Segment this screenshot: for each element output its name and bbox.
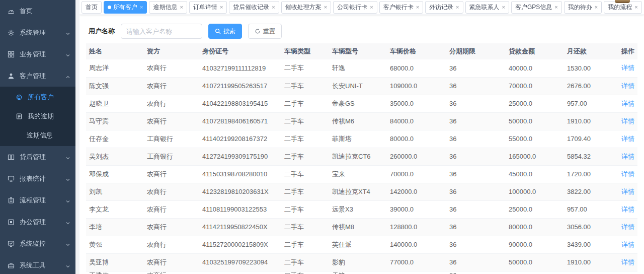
sidebar-item[interactable]: 系统工具 <box>0 254 75 274</box>
cell-funder: 农商行 <box>144 183 199 200</box>
tab-close-icon[interactable]: × <box>220 5 223 10</box>
tab-item[interactable]: 公司银行卡× <box>333 1 377 14</box>
cell-action: 详情 <box>607 112 637 130</box>
customer-name-input[interactable] <box>121 24 202 39</box>
detail-link[interactable]: 详情 <box>621 82 634 90</box>
detail-link[interactable]: 详情 <box>621 64 634 72</box>
tab-item[interactable]: 客户银行卡× <box>379 1 423 14</box>
cell-funder: 农商行 <box>144 59 199 77</box>
tool-icon <box>7 261 15 269</box>
tab-close-icon[interactable]: × <box>180 5 183 10</box>
detail-link[interactable]: 详情 <box>621 188 634 195</box>
cell-action: 详情 <box>607 253 637 271</box>
tab-item[interactable]: 我的待办× <box>564 1 602 14</box>
sidebar-item[interactable]: 流程管理 <box>0 189 75 211</box>
tab-close-icon[interactable]: × <box>370 5 373 10</box>
doc-icon <box>15 112 23 120</box>
cell-term: 36 <box>446 77 506 95</box>
chevron-down-icon <box>65 220 70 225</box>
cell-funder: 农商行 <box>144 271 199 274</box>
detail-link[interactable]: 详情 <box>621 170 634 178</box>
tab-item[interactable]: 首页 <box>82 1 102 14</box>
sidebar: 首页系统管理业务管理客户管理所有客户我的逾期逾期信息贷后管理报表统计流程管理办公… <box>0 0 75 274</box>
tab-item[interactable]: 贷后催收记录× <box>229 1 279 14</box>
detail-link[interactable]: 详情 <box>621 258 634 266</box>
sidebar-item-label: 逾期信息 <box>27 131 70 140</box>
cell-loan: 80000.0 <box>506 218 564 236</box>
sidebar-item-label: 所有客户 <box>28 93 70 102</box>
cell-action: 详情 <box>607 183 637 200</box>
column-header: 操作 <box>607 43 637 59</box>
cell-loan: 50000.0 <box>506 112 564 130</box>
detail-link[interactable]: 详情 <box>621 241 634 248</box>
detail-link[interactable]: 详情 <box>621 153 634 160</box>
tab-label: 我的流程 <box>608 3 632 12</box>
cell-name: 王建伟 <box>86 271 144 274</box>
sidebar-item-label: 业务管理 <box>20 50 63 59</box>
tab-close-icon[interactable]: × <box>456 5 459 10</box>
tab-close-icon[interactable]: × <box>502 5 505 10</box>
chevron-down-icon <box>65 263 70 268</box>
tab-close-icon[interactable]: × <box>272 5 275 10</box>
sidebar-subitem[interactable]: 逾期信息 <box>0 126 75 145</box>
cell-funder: 农商行 <box>144 165 199 183</box>
sidebar-item[interactable]: 办公管理 <box>0 211 75 233</box>
cell-price: 84000.0 <box>387 112 446 130</box>
detail-link[interactable]: 详情 <box>621 223 634 231</box>
tab-close-icon[interactable]: × <box>416 5 419 10</box>
sidebar-subitem[interactable]: 我的逾期 <box>0 107 75 126</box>
sidebar-item[interactable]: 业务管理 <box>0 43 75 65</box>
sidebar-submenu: 所有客户我的逾期逾期信息 <box>0 87 75 146</box>
sidebar-item[interactable]: 系统管理 <box>0 22 75 43</box>
tab-close-icon[interactable]: × <box>324 5 327 10</box>
cell-loan: 90000.0 <box>506 236 564 253</box>
cell-name: 吴亚博 <box>86 253 144 271</box>
tab-label: 客户GPS信息 <box>515 3 552 12</box>
tab-close-icon[interactable]: × <box>595 5 598 10</box>
tab-item[interactable]: 逾期信息× <box>149 1 187 14</box>
reset-button-label: 重置 <box>263 27 275 36</box>
search-button[interactable]: 搜索 <box>208 24 242 39</box>
tab-item[interactable]: 外访记录× <box>425 1 463 14</box>
cell-name: 马守宾 <box>86 112 144 130</box>
tab-label: 首页 <box>86 3 98 12</box>
chart-icon <box>7 175 15 183</box>
cell-vehicle-type: 二手车 <box>281 200 329 218</box>
tab-item[interactable]: 客户GPS信息× <box>511 1 562 14</box>
sidebar-subitem-active[interactable]: 所有客户 <box>0 88 75 107</box>
cell-vehicle-type: 二手车 <box>281 271 329 274</box>
cell-funder: 工商银行 <box>144 130 199 148</box>
sidebar-scrollbar[interactable] <box>75 0 79 274</box>
sidebar-item[interactable]: 首页 <box>0 0 75 22</box>
tab-item[interactable]: 订单详情× <box>189 1 227 14</box>
tab-item[interactable]: 催收处理方案× <box>281 1 331 14</box>
reset-button[interactable]: 重置 <box>248 24 282 39</box>
detail-link[interactable]: 详情 <box>621 117 634 125</box>
tab-label: 客户银行卡 <box>383 3 414 12</box>
tab-item[interactable]: 紧急联系人× <box>465 1 509 14</box>
cell-price: 70000.0 <box>387 165 446 183</box>
tab-item-active[interactable]: 所有客户× <box>104 1 147 14</box>
tab-close-icon[interactable]: × <box>140 5 143 10</box>
table-row: 马守宾农商行410728198406160571二手车传祺M684000.036… <box>86 112 637 130</box>
cell-vehicle-model: 长安UNI-T <box>329 77 387 95</box>
tab-close-icon[interactable]: × <box>554 5 557 10</box>
cell-price: 35000.0 <box>387 95 446 112</box>
detail-link[interactable]: 详情 <box>621 135 634 143</box>
cell-price: 77000.0 <box>387 253 446 271</box>
sidebar-item[interactable]: 系统监控 <box>0 233 75 254</box>
cell-vehicle-model: 影豹 <box>329 253 387 271</box>
column-header: 姓名 <box>86 43 144 59</box>
tab-close-icon[interactable]: × <box>634 5 637 10</box>
cell-term: 36 <box>446 183 506 200</box>
sidebar-item[interactable]: 贷后管理 <box>0 146 75 168</box>
detail-link[interactable]: 详情 <box>621 100 634 107</box>
sidebar-item[interactable]: 客户管理 <box>0 65 75 87</box>
chevron-down-icon <box>65 155 70 160</box>
cell-action: 详情 <box>607 77 637 95</box>
cell-action: 详情 <box>607 200 637 218</box>
chevron-down-icon <box>65 198 70 203</box>
sidebar-item[interactable]: 报表统计 <box>0 168 75 189</box>
sidebar-menu: 首页系统管理业务管理客户管理所有客户我的逾期逾期信息贷后管理报表统计流程管理办公… <box>0 0 75 274</box>
detail-link[interactable]: 详情 <box>621 206 634 213</box>
